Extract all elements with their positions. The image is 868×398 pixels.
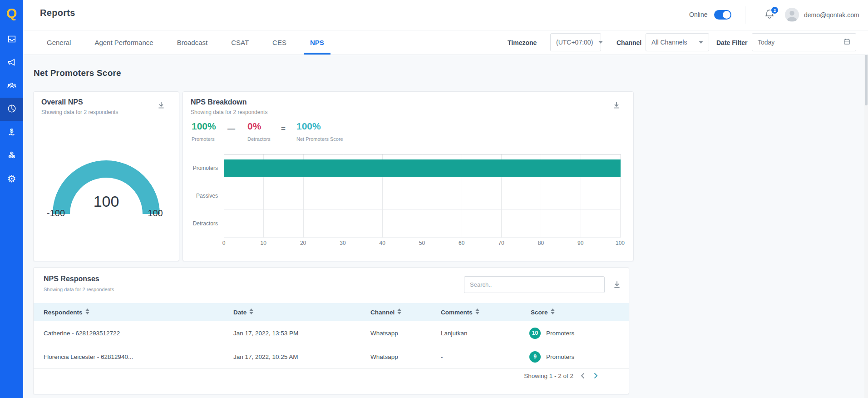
nps-stat-label: Net Promoters Score <box>296 136 343 142</box>
cell-respondent: Catherine - 6281293512722 <box>44 321 120 345</box>
category-label-detractors: Detractors <box>183 209 221 237</box>
column-header-comments[interactable]: Comments <box>441 308 479 316</box>
category-label-passives: Passives <box>183 182 221 209</box>
top-header: Reports Online 2 demo@qontak.com <box>23 0 868 30</box>
promoters-stat: 100% Promoters <box>192 121 216 142</box>
calendar-icon <box>843 38 850 46</box>
cell-date: Jan 17, 2022, 13:53 PM <box>233 321 298 345</box>
column-header-score[interactable]: Score <box>531 308 555 316</box>
nps-responses-card: NPS Responses Showing data for 2 respond… <box>33 267 629 394</box>
page-header-title: Reports <box>40 8 75 18</box>
nps-stat: 100% Net Promoters Score <box>296 121 343 142</box>
detractors-stat-label: Detractors <box>247 136 271 142</box>
tab-ces[interactable]: CES <box>261 30 298 55</box>
channel-select[interactable]: All Channels <box>646 33 709 51</box>
previous-page-button[interactable] <box>580 372 586 379</box>
nps-bar-chart <box>224 154 621 238</box>
overall-nps-title: Overall NPS <box>41 98 83 106</box>
x-tick: 20 <box>300 240 306 246</box>
tab-nps[interactable]: NPS <box>298 30 336 55</box>
search-input[interactable] <box>464 276 605 293</box>
channel-label: Channel <box>616 39 641 46</box>
notifications-button[interactable]: 2 <box>764 8 778 22</box>
cell-comment: Lanjutkan <box>441 321 468 345</box>
x-tick: 40 <box>380 240 385 246</box>
gear-icon: ⚙ <box>7 174 16 184</box>
pagination-info: Showing 1 - 2 of 2 <box>524 373 573 379</box>
x-tick: 100 <box>616 240 625 246</box>
overall-nps-card: Overall NPS Showing data for 2 responden… <box>33 91 179 261</box>
download-button[interactable] <box>612 101 621 111</box>
qontak-logo[interactable]: Q <box>0 3 23 24</box>
date-filter-value: Today <box>758 39 774 46</box>
table-row[interactable]: Catherine - 6281293512722 Jan 17, 2022, … <box>34 321 629 345</box>
scrollbar[interactable] <box>864 0 868 398</box>
avatar[interactable] <box>785 8 799 22</box>
cell-date: Jan 17, 2022, 10:25 AM <box>233 345 298 368</box>
nps-breakdown-card: NPS Breakdown Showing data for 2 respond… <box>182 91 634 261</box>
sidebar-item-settings[interactable]: ⚙ <box>0 167 23 190</box>
column-label: Comments <box>441 309 473 316</box>
x-tick: 50 <box>419 240 425 246</box>
bar-promoters <box>224 159 621 177</box>
tab-agent-performance[interactable]: Agent Performance <box>83 30 165 55</box>
table-header: Respondents Date Channel Comments Score <box>34 303 629 321</box>
timezone-value: (UTC+07:00) <box>556 39 593 46</box>
online-status-label: Online <box>689 11 707 18</box>
x-tick: 30 <box>340 240 345 246</box>
x-tick: 60 <box>459 240 464 246</box>
tab-general[interactable]: General <box>35 30 83 55</box>
score-badge: 9 <box>529 351 541 363</box>
cell-respondent: Florencia Leicester - 62812940... <box>44 345 133 368</box>
sidebar-item-inbox[interactable] <box>0 28 23 51</box>
date-filter-input[interactable]: Today <box>752 33 856 51</box>
tab-broadcast[interactable]: Broadcast <box>165 30 220 55</box>
column-label: Channel <box>370 309 395 316</box>
sort-icon <box>475 308 479 316</box>
column-header-date[interactable]: Date <box>233 308 253 316</box>
download-button[interactable] <box>157 101 165 111</box>
promoters-stat-label: Promoters <box>192 136 216 142</box>
download-icon <box>157 103 165 110</box>
megaphone-icon <box>7 57 17 69</box>
notification-badge: 2 <box>770 6 779 15</box>
column-header-respondents[interactable]: Respondents <box>44 308 89 316</box>
timezone-label: Timezone <box>508 39 537 46</box>
online-toggle[interactable] <box>714 10 731 20</box>
sidebar-item-contacts[interactable] <box>0 75 23 98</box>
sort-icon <box>249 308 253 316</box>
sidebar-item-payments[interactable]: $〜 <box>0 121 23 144</box>
tab-csat[interactable]: CSAT <box>219 30 261 55</box>
minus-operator: — <box>227 124 235 134</box>
x-tick: 80 <box>538 240 544 246</box>
gauge-max-label: 100 <box>137 208 173 219</box>
x-tick: 0 <box>222 240 226 246</box>
report-tabbar: General Agent Performance Broadcast CSAT… <box>23 30 868 55</box>
nps-responses-subtitle: Showing data for 2 respondents <box>44 287 114 292</box>
sidebar-item-reports[interactable] <box>0 98 23 121</box>
sort-icon <box>397 308 401 316</box>
inbox-icon <box>7 34 17 46</box>
column-label: Score <box>531 309 548 316</box>
sidebar-item-broadcast[interactable] <box>0 51 23 75</box>
overall-nps-subtitle: Showing data for 2 respondents <box>41 109 118 115</box>
next-page-button[interactable] <box>592 372 599 379</box>
pie-chart-icon <box>7 104 17 115</box>
nps-breakdown-subtitle: Showing data for 2 respondents <box>191 109 267 115</box>
download-button[interactable] <box>613 280 621 290</box>
timezone-select[interactable]: (UTC+07:00) <box>550 33 601 51</box>
nps-breakdown-title: NPS Breakdown <box>191 98 247 106</box>
page-title: Net Promoters Score <box>34 68 121 78</box>
category-label-promoters: Promoters <box>183 154 221 182</box>
table-row[interactable]: Florencia Leicester - 62812940... Jan 17… <box>34 345 629 369</box>
cell-comment: - <box>441 345 443 368</box>
cell-score: 10 Promoters <box>529 321 574 345</box>
column-label: Date <box>233 309 247 316</box>
gauge-min-label: -100 <box>38 208 74 219</box>
cell-channel: Whatsapp <box>370 345 398 368</box>
money-icon: $〜 <box>9 129 15 137</box>
date-filter-label: Date Filter <box>716 39 747 46</box>
column-header-channel[interactable]: Channel <box>370 308 401 316</box>
sidebar-item-integrations[interactable] <box>0 144 23 167</box>
detractors-percentage: 0% <box>247 121 271 132</box>
